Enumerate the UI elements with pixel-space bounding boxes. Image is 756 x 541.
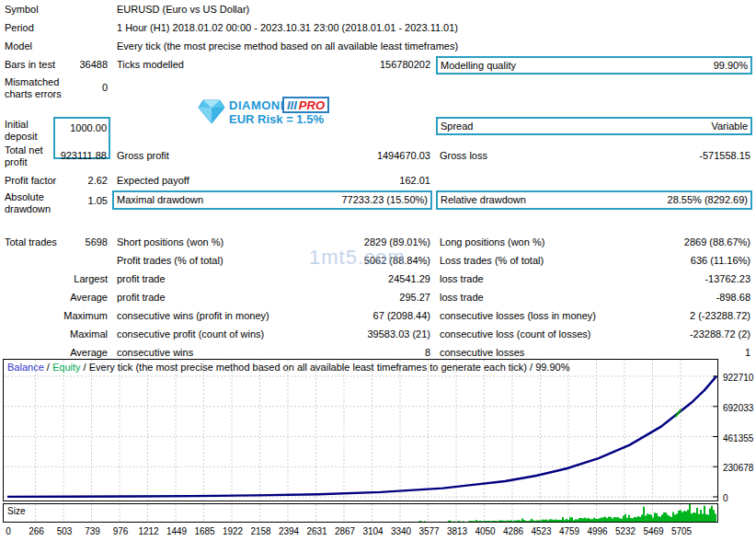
profit-trades-label: Profit trades (% of total) (117, 255, 223, 267)
relative-drawdown-value: 28.55% (8292.69) (668, 194, 748, 206)
symbol-label: Symbol (5, 4, 39, 16)
logo-badge-pro: PRO (299, 99, 325, 111)
profit-factor-value: 2.62 (52, 175, 108, 187)
initial-deposit-value: 1000.00 (55, 122, 107, 134)
balance-chart (3, 359, 718, 501)
average-consecutive-losses-label: consecutive losses (440, 347, 524, 359)
modelling-quality-value: 99.90% (714, 60, 748, 72)
balance-legend-label: Balance (7, 362, 44, 373)
maximal-consecutive-profit-value: 39583.03 (21) (310, 328, 430, 340)
long-positions-value: 2869 (88.67%) (598, 236, 750, 248)
symbol-value: EURUSD (Euro vs US Dollar) (117, 4, 249, 16)
period-label: Period (5, 22, 34, 34)
model-value: Every tick (the most precise method base… (117, 40, 458, 52)
y-tick-label: 461355 (723, 432, 753, 444)
chart-header-rest: / Every tick (the most precise method ba… (81, 362, 570, 373)
chart-header: Balance / Equity / Every tick (the most … (7, 362, 569, 374)
max-consecutive-wins-value: 67 (2098.44) (310, 310, 430, 322)
total-net-profit-label: Total net profit (5, 144, 51, 167)
profit-factor-label: Profit factor (5, 175, 56, 187)
maximal-consecutive-profit-label: consecutive profit (count of wins) (117, 328, 264, 340)
ticks-modelled-value: 156780202 (310, 59, 430, 71)
logo-risk-text: EUR Risk = 1.5% (229, 113, 324, 125)
total-net-profit-value: 923111.88 (55, 150, 107, 162)
max-consecutive-wins-label: consecutive wins (profit in money) (117, 310, 269, 322)
maximal-drawdown-label: Maximal drawdown (117, 194, 203, 206)
loss-trades-label: Loss trades (% of total) (440, 255, 544, 267)
strategy-tester-report: Symbol EURUSD (Euro vs US Dollar) Period… (0, 0, 756, 541)
gross-profit-value: 1494670.03 (310, 150, 430, 162)
diamond-icon (197, 97, 226, 126)
logo-badge: III PRO (282, 97, 329, 113)
maximal-drawdown-value: 77233.23 (15.50%) (341, 194, 428, 206)
spread-box: Spread Variable (436, 117, 752, 135)
legend-separator: / (44, 362, 52, 373)
y-tick-label: 0 (723, 492, 728, 504)
average-profit-trade-label: profit trade (117, 292, 166, 304)
maximal-consecutive-loss-label: consecutive loss (count of losses) (440, 328, 590, 340)
maximal-drawdown-box: Maximal drawdown 77233.23 (15.50%) (112, 190, 432, 210)
initial-deposit-label: Initial deposit (5, 119, 49, 142)
bars-in-test-label: Bars in test (5, 59, 55, 71)
largest-profit-trade-label: profit trade (117, 273, 166, 285)
expected-payoff-label: Expected payoff (117, 175, 189, 187)
expected-payoff-value: 162.01 (310, 175, 430, 187)
average-consecutive-wins-label: consecutive wins (117, 347, 193, 359)
mismatched-errors-value: 0 (52, 82, 108, 94)
model-label: Model (5, 40, 32, 52)
logo-brand-text: DIAMOND (229, 99, 290, 111)
max-consecutive-losses-value: 2 (-23288.72) (598, 310, 750, 322)
modelling-quality-label: Modelling quality (441, 60, 516, 72)
logo-badge-iii: III (287, 99, 297, 111)
spread-label: Spread (441, 121, 473, 132)
maximum-label: Maximum (5, 310, 108, 322)
relative-drawdown-box: Relative drawdown 28.55% (8292.69) (436, 190, 752, 210)
equity-legend-label: Equity (52, 362, 81, 373)
gross-loss-value: -571558.15 (598, 150, 750, 162)
largest-loss-trade-value: -13762.23 (598, 273, 750, 285)
size-chart (3, 503, 718, 523)
gross-loss-label: Gross loss (440, 150, 487, 162)
loss-trades-value: 636 (11.16%) (598, 255, 750, 267)
average-loss-trade-value: -898.68 (598, 292, 750, 304)
average-consecutive-wins-value: 8 (310, 347, 430, 359)
modelling-quality-box: Modelling quality 99.90% (436, 56, 752, 75)
maximal-consecutive-loss-value: -23288.72 (2) (598, 328, 750, 340)
average-consecutive-losses-value: 1 (598, 347, 750, 359)
y-tick-label: 922710 (723, 372, 753, 384)
period-value: 1 Hour (H1) 2018.01.02 00:00 - 2023.10.3… (117, 22, 458, 34)
max-consecutive-losses-label: consecutive losses (loss in money) (440, 310, 596, 322)
average-label: Average (5, 292, 108, 304)
y-tick-label: 692033 (723, 402, 753, 414)
bars-in-test-value: 36488 (52, 59, 108, 71)
average-profit-trade-value: 295.27 (310, 292, 430, 304)
largest-profit-trade-value: 24541.29 (310, 273, 430, 285)
relative-drawdown-label: Relative drawdown (441, 194, 526, 206)
short-positions-label: Short positions (won %) (117, 236, 223, 248)
absolute-drawdown-label: Absolute drawdown (5, 191, 55, 214)
total-trades-value: 5698 (52, 236, 108, 248)
ticks-modelled-label: Ticks modelled (117, 59, 184, 71)
watermark-text: 1mt5.com (309, 251, 406, 263)
maximal-label: Maximal (5, 328, 108, 340)
average-loss-trade-label: loss trade (440, 292, 484, 304)
largest-loss-trade-label: loss trade (440, 273, 484, 285)
x-tick-label: 5705 (663, 525, 700, 537)
average-consecutive-label: Average (5, 347, 108, 359)
gross-profit-label: Gross profit (117, 150, 169, 162)
size-label: Size (7, 505, 25, 517)
long-positions-label: Long positions (won %) (440, 236, 544, 248)
y-tick-label: 230678 (723, 462, 753, 474)
total-trades-label: Total trades (5, 236, 57, 248)
largest-label: Largest (5, 273, 108, 285)
spread-value: Variable (711, 121, 748, 132)
absolute-drawdown-value: 1.05 (52, 195, 108, 207)
